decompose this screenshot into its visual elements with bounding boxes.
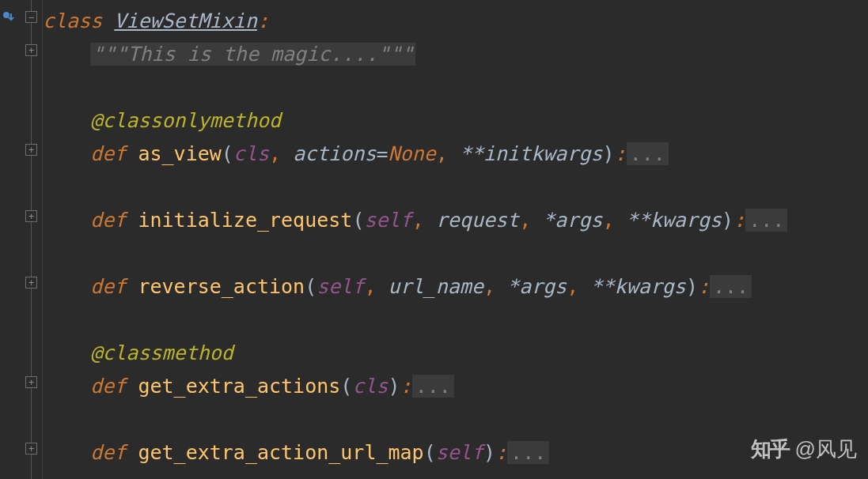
colon: : bbox=[615, 142, 627, 165]
literal-none: None bbox=[389, 142, 436, 165]
paren-open: ( bbox=[305, 275, 316, 298]
param-self: self bbox=[436, 441, 483, 464]
code-line: def as_view(cls, actions=None, **initkwa… bbox=[43, 138, 868, 171]
decorator: @classmethod bbox=[90, 341, 233, 364]
fold-ellipsis[interactable]: ... bbox=[412, 375, 454, 398]
fold-gutter: − + + + + + + bbox=[22, 0, 43, 479]
function-name: get_extra_actions bbox=[138, 375, 340, 398]
colon: : bbox=[698, 275, 710, 298]
keyword-def: def bbox=[90, 275, 126, 298]
code-line: def reverse_action(self, url_name, *args… bbox=[43, 270, 868, 304]
paren-open: ( bbox=[352, 209, 364, 232]
fold-toggle-icon[interactable]: + bbox=[25, 44, 37, 56]
param-urlname: url_name bbox=[389, 275, 483, 298]
fold-ellipsis[interactable]: ... bbox=[627, 142, 669, 165]
gutter-markers bbox=[0, 0, 22, 479]
fold-ellipsis[interactable]: ... bbox=[710, 275, 752, 298]
param-kwargs: **kwargs bbox=[627, 209, 722, 232]
zhihu-logo-icon: 知乎 bbox=[751, 436, 789, 463]
code-line: def get_extra_actions(cls):... bbox=[43, 370, 868, 403]
equals: = bbox=[376, 142, 388, 165]
code-line: class ViewSetMixin: bbox=[43, 5, 868, 38]
fold-guide-line bbox=[31, 0, 32, 479]
colon: : bbox=[733, 209, 745, 232]
param-self: self bbox=[316, 275, 364, 298]
fold-toggle-icon[interactable]: + bbox=[25, 443, 37, 454]
fold-toggle-icon[interactable]: + bbox=[25, 210, 37, 222]
fold-toggle-icon[interactable]: + bbox=[25, 376, 37, 388]
fold-ellipsis[interactable]: ... bbox=[745, 209, 787, 232]
code-line: @classonlymethod bbox=[43, 104, 868, 138]
blank-line bbox=[43, 171, 868, 204]
param-cls: cls bbox=[352, 375, 388, 398]
function-name: get_extra_action_url_map bbox=[138, 441, 423, 464]
paren-close: ) bbox=[483, 441, 495, 464]
function-name: as_view bbox=[138, 142, 221, 165]
fold-toggle-icon[interactable]: + bbox=[25, 144, 37, 156]
keyword-def: def bbox=[90, 375, 126, 398]
comma: , bbox=[603, 209, 627, 232]
blank-line bbox=[43, 71, 868, 104]
comma: , bbox=[436, 142, 460, 165]
blank-line bbox=[43, 304, 868, 337]
keyword-def: def bbox=[90, 441, 126, 464]
blank-line bbox=[43, 237, 868, 270]
keyword-class: class bbox=[43, 9, 102, 32]
colon: : bbox=[257, 9, 269, 32]
svg-point-0 bbox=[3, 12, 9, 18]
colon: : bbox=[400, 375, 412, 398]
function-name: initialize_request bbox=[138, 209, 352, 232]
comma: , bbox=[269, 142, 293, 165]
param-cls: cls bbox=[233, 142, 269, 165]
keyword-def: def bbox=[90, 209, 126, 232]
paren-open: ( bbox=[424, 441, 436, 464]
paren-close: ) bbox=[389, 375, 400, 398]
comma: , bbox=[412, 209, 436, 232]
decorator: @classonlymethod bbox=[90, 109, 281, 132]
keyword-def: def bbox=[90, 142, 126, 165]
code-line: @classmethod bbox=[43, 337, 868, 370]
param-kwargs: **kwargs bbox=[590, 275, 685, 298]
override-marker-icon[interactable] bbox=[2, 11, 16, 22]
fold-toggle-icon[interactable]: + bbox=[25, 277, 37, 289]
paren-open: ( bbox=[340, 375, 352, 398]
param-initkwargs: **initkwargs bbox=[460, 142, 603, 165]
paren-close: ) bbox=[686, 275, 698, 298]
watermark-handle: @风见 bbox=[795, 436, 857, 463]
paren-open: ( bbox=[222, 142, 233, 165]
class-name: ViewSetMixin bbox=[114, 9, 257, 32]
code-editor: − + + + + + + class ViewSetMixin: """Thi… bbox=[0, 0, 868, 479]
param-self: self bbox=[364, 209, 411, 232]
param-args: *args bbox=[543, 209, 602, 232]
paren-close: ) bbox=[722, 209, 733, 232]
watermark: 知乎 @风见 bbox=[751, 436, 857, 463]
comma: , bbox=[567, 275, 590, 298]
code-line: def get_extra_action_url_map(self):... bbox=[43, 436, 868, 470]
code-area[interactable]: class ViewSetMixin: """This is the magic… bbox=[43, 0, 868, 479]
paren-close: ) bbox=[603, 142, 615, 165]
function-name: reverse_action bbox=[138, 275, 305, 298]
docstring-folded[interactable]: """This is the magic....""" bbox=[90, 43, 415, 66]
param-actions: actions bbox=[293, 142, 376, 165]
code-line: def initialize_request(self, request, *a… bbox=[43, 204, 868, 237]
colon: : bbox=[495, 441, 507, 464]
param-request: request bbox=[436, 209, 519, 232]
code-line: """This is the magic....""" bbox=[43, 38, 868, 71]
param-args: *args bbox=[507, 275, 567, 298]
comma: , bbox=[483, 275, 507, 298]
blank-line bbox=[43, 403, 868, 436]
fold-ellipsis[interactable]: ... bbox=[507, 441, 549, 464]
comma: , bbox=[519, 209, 543, 232]
fold-toggle-icon[interactable]: − bbox=[25, 11, 37, 23]
comma: , bbox=[364, 275, 388, 298]
